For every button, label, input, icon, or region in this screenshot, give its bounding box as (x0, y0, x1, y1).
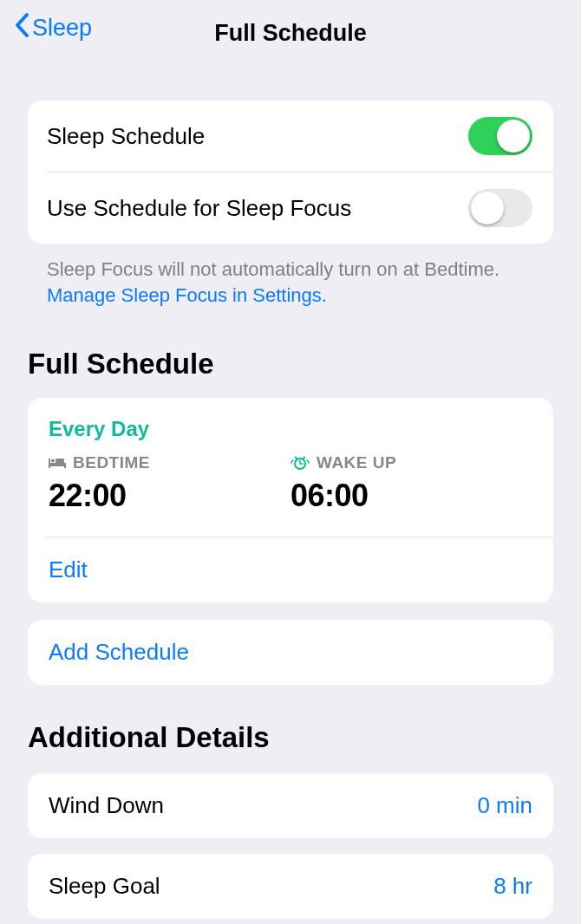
svg-rect-0 (49, 463, 66, 466)
bedtime-label: BEDTIME (73, 453, 150, 472)
wakeup-value: 06:00 (290, 478, 532, 514)
sleep-focus-row: Use Schedule for Sleep Focus (28, 172, 553, 244)
schedule-days-label: Every Day (49, 417, 532, 441)
wakeup-block: WAKE UP 06:00 (290, 453, 532, 514)
alarm-icon (290, 455, 310, 471)
toggle-knob (497, 120, 530, 153)
sleep-focus-toggle[interactable] (468, 189, 532, 227)
back-label: Sleep (32, 15, 92, 42)
settings-card: Sleep Schedule Use Schedule for Sleep Fo… (28, 101, 553, 244)
wakeup-header: WAKE UP (290, 453, 532, 472)
add-schedule-button[interactable]: Add Schedule (28, 620, 553, 685)
schedule-card: Every Day BEDTIME (28, 398, 553, 602)
sleep-schedule-row: Sleep Schedule (28, 101, 553, 172)
navigation-bar: Sleep Full Schedule (0, 0, 581, 54)
wind-down-label: Wind Down (49, 792, 164, 819)
svg-rect-1 (49, 459, 50, 468)
bedtime-header: BEDTIME (49, 453, 290, 472)
footer-text: Sleep Focus will not automatically turn … (47, 258, 499, 280)
sleep-goal-value: 8 hr (493, 873, 532, 900)
manage-sleep-focus-link[interactable]: Manage Sleep Focus in Settings. (47, 284, 327, 306)
schedule-times: BEDTIME 22:00 (49, 453, 532, 514)
add-schedule-card: Add Schedule (28, 620, 553, 685)
svg-point-3 (51, 459, 55, 463)
bedtime-value: 22:00 (49, 478, 290, 514)
wakeup-label: WAKE UP (317, 453, 396, 472)
sleep-schedule-toggle[interactable] (468, 117, 532, 155)
bed-icon (49, 457, 66, 469)
sleep-schedule-label: Sleep Schedule (47, 123, 205, 150)
sleep-goal-label: Sleep Goal (49, 873, 160, 900)
svg-line-8 (303, 458, 305, 459)
wind-down-card: Wind Down 0 min (28, 773, 553, 838)
sleep-goal-card: Sleep Goal 8 hr (28, 854, 553, 919)
svg-line-7 (296, 458, 298, 459)
additional-details-header: Additional Details (28, 721, 553, 761)
page-title: Full Schedule (214, 20, 367, 47)
wind-down-value: 0 min (477, 792, 532, 819)
edit-button[interactable]: Edit (28, 537, 553, 602)
bedtime-block: BEDTIME 22:00 (49, 453, 290, 514)
toggle-knob (471, 192, 504, 224)
sleep-goal-row[interactable]: Sleep Goal 8 hr (28, 854, 553, 919)
back-button[interactable]: Sleep (14, 14, 92, 42)
svg-rect-2 (64, 463, 66, 468)
wind-down-row[interactable]: Wind Down 0 min (28, 773, 553, 838)
full-schedule-header: Full Schedule (28, 348, 553, 387)
footer-description: Sleep Focus will not automatically turn … (28, 244, 553, 308)
chevron-left-icon (14, 12, 29, 42)
schedule-summary[interactable]: Every Day BEDTIME (28, 398, 553, 537)
sleep-focus-label: Use Schedule for Sleep Focus (47, 195, 351, 222)
